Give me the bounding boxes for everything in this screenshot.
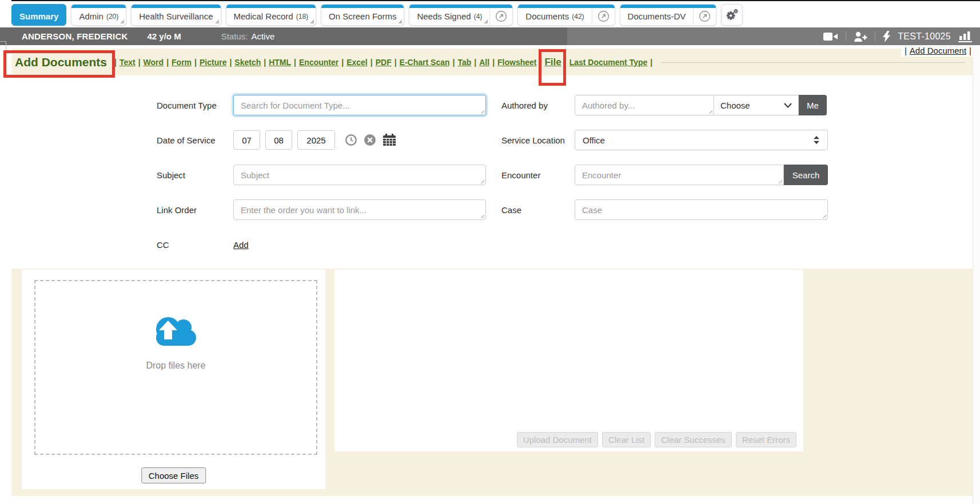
- tab-health-surveillance[interactable]: Health Surveillance: [131, 4, 221, 26]
- date-day-input[interactable]: [265, 130, 292, 150]
- doc-link-html[interactable]: HTML: [269, 58, 291, 67]
- link-order-row: Link Order: [157, 199, 486, 220]
- lightning-bolt-icon[interactable]: [883, 31, 890, 42]
- choose-files-button[interactable]: Choose Files: [141, 467, 206, 483]
- doc-link-all[interactable]: All: [479, 58, 489, 67]
- separator: |: [969, 46, 971, 55]
- tab-label: On Screen Forms: [329, 11, 396, 21]
- doc-link-excel[interactable]: Excel: [346, 58, 368, 67]
- separator: |: [229, 58, 232, 67]
- encounter-label: Encounter: [501, 170, 575, 180]
- subject-row: Subject: [157, 165, 486, 185]
- case-input-wrap: [575, 199, 828, 220]
- authored-by-input[interactable]: [575, 95, 714, 115]
- top-border-line: [11, 0, 980, 1]
- patient-id: TEST-10025: [898, 31, 951, 42]
- gear-icon: [725, 9, 739, 21]
- doc-link-pdf[interactable]: PDF: [376, 58, 392, 67]
- cloud-upload-icon: [149, 313, 204, 349]
- doc-link-form[interactable]: Form: [172, 58, 192, 67]
- separator: |: [540, 58, 542, 67]
- authored-by-choose-select[interactable]: Choose: [714, 95, 799, 115]
- doc-link-sketch[interactable]: Sketch: [234, 58, 261, 67]
- case-input[interactable]: [575, 199, 828, 220]
- separator: |: [453, 58, 455, 67]
- scrollbar-track[interactable]: [973, 45, 980, 504]
- subject-input[interactable]: [233, 165, 486, 185]
- link-order-label: Link Order: [157, 205, 233, 215]
- file-drop-zone[interactable]: Drop files here: [34, 280, 317, 455]
- document-type-label: Document Type: [157, 101, 233, 110]
- separator: |: [905, 46, 907, 55]
- doc-link-text[interactable]: Text: [119, 58, 136, 67]
- separator: |: [264, 58, 266, 67]
- doc-link-picture[interactable]: Picture: [200, 58, 226, 67]
- tab-medical-record[interactable]: Medical Record(18): [226, 4, 317, 26]
- doc-link-encounter[interactable]: Encounter: [299, 58, 338, 67]
- doc-link-last-document-type[interactable]: Last Document Type: [569, 58, 648, 67]
- tab-summary[interactable]: Summary: [11, 4, 66, 26]
- doc-link-file[interactable]: File: [544, 57, 561, 67]
- doc-link-echart-scan[interactable]: E-Chart Scan: [400, 58, 450, 67]
- popout-icon[interactable]: [592, 5, 615, 25]
- clock-icon[interactable]: [345, 134, 357, 146]
- separator: |: [166, 58, 169, 67]
- date-month-input[interactable]: [233, 130, 260, 150]
- banner-divider: [875, 31, 875, 41]
- separator: |: [474, 58, 476, 67]
- chevron-down-icon: [784, 103, 792, 108]
- separator: |: [341, 58, 344, 67]
- tab-admin[interactable]: Admin(20): [71, 4, 126, 26]
- clear-list-button[interactable]: Clear List: [602, 432, 651, 447]
- service-location-select[interactable]: Office: [575, 130, 828, 150]
- tab-documents[interactable]: Documents(42): [517, 4, 615, 26]
- clear-date-icon[interactable]: [364, 134, 376, 146]
- me-button[interactable]: Me: [799, 95, 827, 115]
- cc-add-link[interactable]: Add: [233, 240, 249, 250]
- video-camera-icon[interactable]: [823, 32, 838, 41]
- encounter-group: Search: [575, 165, 828, 185]
- encounter-input-wrap: [575, 165, 784, 185]
- encounter-search-button[interactable]: Search: [784, 165, 828, 185]
- document-type-input[interactable]: [233, 95, 486, 115]
- choose-select-value: Choose: [720, 101, 750, 110]
- calendar-icon[interactable]: [383, 134, 396, 146]
- separator: |: [371, 58, 373, 67]
- separator: |: [492, 58, 495, 67]
- separator: |: [194, 58, 197, 67]
- patient-age-sex: 42 y/o M: [147, 31, 181, 41]
- add-document-link[interactable]: Add Document: [910, 46, 966, 55]
- bar-chart-icon[interactable]: [958, 31, 972, 42]
- separator: |: [650, 58, 652, 67]
- tab-count: (18): [296, 13, 308, 21]
- reset-errors-button[interactable]: Reset Errors: [736, 432, 796, 447]
- settings-gear-button[interactable]: [721, 4, 743, 26]
- date-year-input[interactable]: [297, 130, 335, 150]
- patient-status-value: Active: [251, 31, 274, 41]
- form-column-right: Authored by Choose Me Service Location: [501, 95, 828, 234]
- authored-by-row: Authored by Choose Me: [501, 95, 828, 115]
- chart-tabbar: Summary Admin(20) Health Surveillance Me…: [11, 2, 980, 27]
- date-of-service-label: Date of Service: [157, 135, 233, 145]
- document-type-input-wrap: [233, 95, 486, 115]
- patient-banner: ANDERSON, FREDERICK 42 y/o M Status: Act…: [0, 27, 980, 45]
- case-label: Case: [501, 205, 575, 215]
- upload-document-button[interactable]: Upload Document: [517, 432, 598, 447]
- tab-documents-dv[interactable]: Documents-DV: [620, 4, 717, 26]
- tab-on-screen-forms[interactable]: On Screen Forms: [321, 4, 404, 26]
- tab-needs-signed[interactable]: Needs Signed(4): [409, 4, 513, 26]
- date-of-service-row: Date of Service: [157, 130, 486, 150]
- clear-successes-button[interactable]: Clear Successes: [655, 432, 732, 447]
- link-order-input[interactable]: [233, 199, 486, 220]
- person-add-icon[interactable]: [854, 31, 867, 42]
- separator: |: [138, 58, 141, 67]
- doc-link-flowsheet[interactable]: Flowsheet: [497, 58, 536, 67]
- doc-link-file-wrap: File: [544, 57, 561, 68]
- header-rule-line: [661, 62, 966, 63]
- doc-link-tab[interactable]: Tab: [457, 58, 471, 67]
- doc-link-word[interactable]: Word: [144, 58, 164, 67]
- popout-icon[interactable]: [490, 5, 512, 25]
- left-gutter-line-h: [0, 41, 6, 42]
- encounter-input[interactable]: [575, 165, 784, 185]
- popout-icon[interactable]: [694, 5, 716, 25]
